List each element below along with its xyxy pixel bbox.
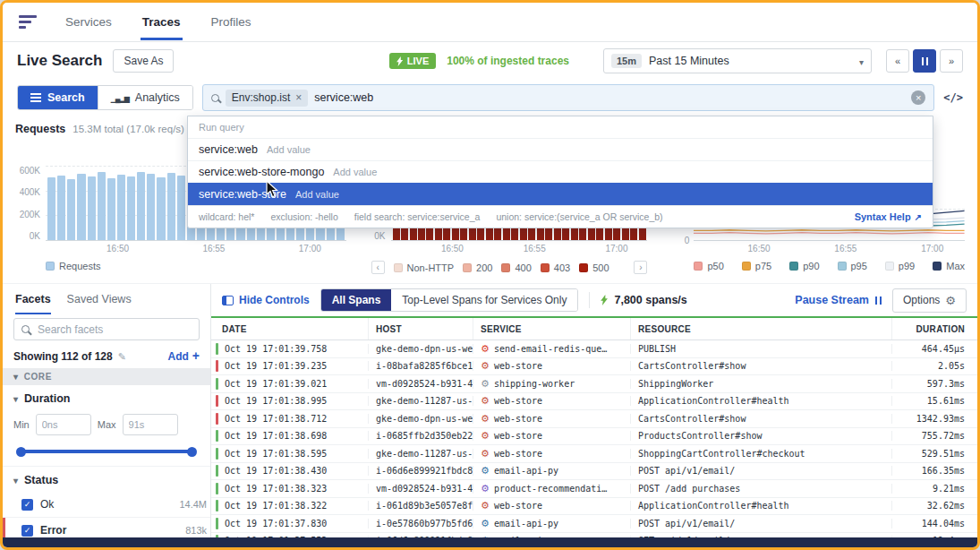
legend-item-p75[interactable]: p75 <box>742 261 771 271</box>
table-row[interactable]: Oct 19 17:01:38.712 gke-demo-dpn-us-west… <box>211 410 977 428</box>
table-row[interactable]: Oct 19 17:01:38.430 i-06d6e899921fbdc81 … <box>211 463 977 481</box>
syntax-help-link[interactable]: Syntax Help <box>855 211 922 222</box>
tab-facets[interactable]: Facets <box>15 293 51 314</box>
legend-prev-icon[interactable] <box>371 261 385 274</box>
facet-search-box[interactable] <box>13 318 200 340</box>
table-row[interactable]: Oct 19 17:01:39.021 vm-d0928524-b931-43a… <box>211 375 977 393</box>
chevron-down-icon <box>859 53 864 69</box>
app-logo-icon[interactable] <box>19 15 37 29</box>
table-row[interactable]: Oct 19 17:01:39.235 i-08bafa8285f6bce19 … <box>211 358 977 376</box>
duration-min-input[interactable] <box>36 414 91 435</box>
options-label: Options <box>903 294 940 306</box>
hide-controls-button[interactable]: Hide Controls <box>222 294 310 306</box>
table-row[interactable]: Oct 19 17:01:38.322 i-061d89b3e5057e8f w… <box>211 498 977 516</box>
core-section-header[interactable]: CORE <box>3 368 210 385</box>
all-spans-button[interactable]: All Spans <box>321 289 392 311</box>
requests-x-axis: 16:5016:5517:00 <box>46 241 346 255</box>
top-level-spans-button[interactable]: Top-Level Spans for Services Only <box>391 289 577 311</box>
legend-item-p90[interactable]: p90 <box>789 261 819 271</box>
chevron-down-icon <box>13 392 18 405</box>
options-button[interactable]: Options <box>892 288 967 313</box>
chip-close-icon[interactable] <box>295 91 302 104</box>
legend-item-requests[interactable]: Requests <box>46 261 100 271</box>
duration-max-label: Max <box>98 419 116 430</box>
legend-item-nonhttp[interactable]: Non-HTTP <box>394 262 455 273</box>
hint-wildcard: wildcard: hel* <box>199 211 254 222</box>
status-indicator <box>216 518 218 529</box>
legend-item-403[interactable]: 403 <box>541 262 570 273</box>
playback-controls <box>886 49 963 73</box>
chevron-down-icon <box>13 372 19 382</box>
checkbox-checked-icon[interactable] <box>21 499 33 511</box>
trace-resource: ApplicationController#health <box>630 501 891 511</box>
duration-facet-header[interactable]: Duration <box>13 392 200 405</box>
facet-count-text: Showing 112 of 128 <box>13 350 113 363</box>
legend-item-p95[interactable]: p95 <box>838 261 867 271</box>
suggestion-service-web-store[interactable]: service:web-store Add value <box>188 183 933 205</box>
search-tab[interactable]: Search <box>18 86 98 109</box>
column-header-resource[interactable]: RESOURCE <box>630 318 891 339</box>
duration-facet: Duration Min Max <box>3 385 210 467</box>
suggestion-service-web[interactable]: service:web Add value <box>188 138 933 160</box>
legend-item-500[interactable]: 500 <box>579 262 609 273</box>
clear-search-button[interactable] <box>911 90 925 105</box>
pause-icon <box>922 57 928 65</box>
trace-resource: PUBLISH <box>630 344 891 354</box>
spans-rate: 7,800 spans/s <box>601 294 686 306</box>
pause-stream-button[interactable]: Pause Stream <box>795 294 882 306</box>
suggestion-service-web-store-mongo[interactable]: service:web-store-mongo Add value <box>188 160 933 183</box>
status-facet-header[interactable]: Status <box>13 474 200 486</box>
legend-item-400[interactable]: 400 <box>501 262 531 273</box>
duration-max-input[interactable] <box>123 414 178 435</box>
legend-item-max[interactable]: Max <box>933 261 965 271</box>
tab-saved-views[interactable]: Saved Views <box>67 293 132 314</box>
rewind-button[interactable] <box>886 49 909 73</box>
table-row[interactable]: Oct 19 17:01:38.995 gke-demo-11287-us-pr… <box>211 393 977 411</box>
status-ok-label: Ok <box>40 498 54 511</box>
service-icon <box>481 449 490 459</box>
ingested-traces-text: 100% of ingested traces <box>447 55 569 67</box>
requests-y-axis: 600K400K 200K0K <box>15 166 46 241</box>
nav-tab-services[interactable]: Services <box>64 4 114 40</box>
legend-item-200[interactable]: 200 <box>463 262 492 273</box>
table-row[interactable]: Oct 19 17:01:38.698 i-0685ffb2d350eb223 … <box>211 428 977 446</box>
search-input[interactable]: Env:shop.ist service:web <box>202 84 934 111</box>
column-header-date[interactable]: DATE <box>211 318 368 339</box>
facet-search-input[interactable] <box>36 322 192 337</box>
chart-icon <box>111 91 129 104</box>
header-row: Live Search Save As LIVE 100% of ingeste… <box>3 42 977 80</box>
time-range-select[interactable]: 15m Past 15 Minutes <box>603 48 872 73</box>
column-header-duration[interactable]: DURATION <box>891 318 977 339</box>
slider-handle-min[interactable] <box>16 447 26 457</box>
legend-next-icon[interactable] <box>634 261 647 274</box>
slider-handle-max[interactable] <box>187 447 197 457</box>
table-row[interactable]: Oct 19 17:01:37.830 i-0e57860b977b5fd67 … <box>211 515 977 533</box>
trace-host: i-0e57860b977b5fd67 <box>368 519 473 529</box>
checkbox-checked-icon[interactable] <box>21 525 33 537</box>
table-row[interactable]: Oct 19 17:01:38.595 gke-demo-11287-us-pr… <box>211 445 977 463</box>
service-icon <box>481 344 490 354</box>
env-filter-chip[interactable]: Env:shop.ist <box>226 90 308 107</box>
duration-range-slider[interactable] <box>18 450 195 453</box>
nav-tab-traces[interactable]: Traces <box>141 4 183 40</box>
legend-item-p50[interactable]: p50 <box>694 261 723 271</box>
pause-button[interactable] <box>913 49 936 73</box>
status-indicator <box>216 500 218 511</box>
forward-button[interactable] <box>940 49 963 73</box>
run-query-option[interactable]: Run query <box>188 116 933 138</box>
column-header-service[interactable]: SERVICE <box>473 318 630 339</box>
table-row[interactable]: Oct 19 17:01:38.323 vm-d0928524-b931-43a… <box>211 480 977 498</box>
table-row[interactable]: Oct 19 17:01:39.758 gke-demo-dpn-us-west… <box>211 340 977 358</box>
live-badge[interactable]: LIVE <box>389 53 436 69</box>
edit-facets-icon[interactable] <box>118 350 126 363</box>
status-option-ok[interactable]: Ok 14.4M <box>3 492 210 518</box>
column-header-host[interactable]: HOST <box>368 318 473 339</box>
save-as-button[interactable]: Save As <box>113 49 174 73</box>
code-view-icon[interactable] <box>943 91 963 104</box>
legend-item-p99[interactable]: p99 <box>885 261 915 271</box>
trace-host: vm-d0928524-b931-43ac-4c… <box>368 379 473 389</box>
analytics-tab[interactable]: Analytics <box>98 86 192 109</box>
trace-host: gke-demo-11287-us-prod-c… <box>368 449 473 459</box>
add-facet-button[interactable]: Add <box>167 349 200 363</box>
nav-tab-profiles[interactable]: Profiles <box>209 4 253 40</box>
